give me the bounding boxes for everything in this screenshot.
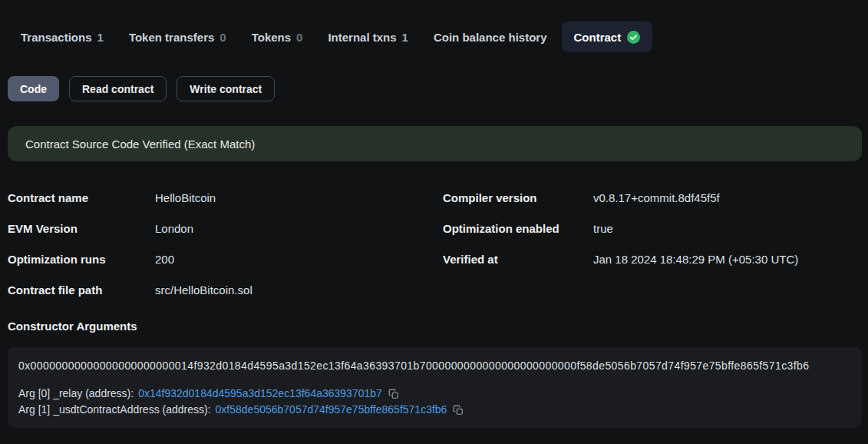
tab-label: Coin balance history: [434, 31, 547, 44]
info-label-contract-file-path: Contract file path: [8, 283, 155, 297]
tab-label: Internal txns: [328, 31, 396, 44]
code-button[interactable]: Code: [8, 76, 59, 101]
info-label-compiler-version: Compiler version: [443, 191, 593, 204]
arg-prefix: Arg [1] _usdtContractAddress (address):: [18, 402, 211, 418]
check-circle-icon: [627, 31, 640, 44]
raw-constructor-args: 0x00000000000000000000000014f932d0184d45…: [18, 360, 851, 372]
tab-label: Tokens: [252, 31, 291, 44]
arg-prefix: Arg [0] _relay (address):: [18, 386, 134, 402]
tab-internal-txns[interactable]: Internal txns 1: [328, 31, 408, 44]
tab-label: Contract: [574, 31, 622, 44]
tab-count: 1: [97, 31, 104, 44]
tab-bar: Transactions 1 Token transfers 0 Tokens …: [0, 22, 868, 52]
tab-label: Token transfers: [129, 31, 214, 44]
decoded-args-list: Arg [0] _relay (address): 0x14f932d0184d…: [18, 386, 851, 418]
info-value-optimization-runs: 200: [155, 253, 443, 266]
info-label-evm-version: EVM Version: [8, 222, 155, 235]
tab-count: 1: [402, 31, 408, 44]
info-label-contract-name: Contract name: [8, 191, 155, 204]
tab-count: 0: [296, 31, 302, 44]
read-contract-button[interactable]: Read contract: [69, 76, 167, 101]
info-value-compiler-version: v0.8.17+commit.8df45f5f: [593, 191, 868, 204]
info-label-verified-at: Verified at: [443, 253, 593, 266]
verified-banner-text: Contract Source Code Verified (Exact Mat…: [25, 138, 255, 151]
tab-tokens[interactable]: Tokens 0: [252, 31, 303, 44]
tab-count: 0: [219, 31, 226, 44]
info-value-evm-version: London: [155, 222, 443, 235]
constructor-arguments-heading: Constructor Arguments: [8, 320, 868, 333]
tab-coin-balance-history[interactable]: Coin balance history: [434, 31, 547, 44]
info-value-optimization-enabled: true: [593, 222, 868, 235]
tab-transactions[interactable]: Transactions 1: [21, 31, 104, 44]
constructor-arg-1: Arg [1] _usdtContractAddress (address): …: [18, 402, 851, 418]
contract-subtabs: Code Read contract Write contract: [0, 76, 868, 101]
write-contract-button[interactable]: Write contract: [177, 76, 275, 101]
info-value-contract-name: HelloBitcoin: [155, 191, 443, 204]
constructor-arg-0: Arg [0] _relay (address): 0x14f932d0184d…: [18, 386, 851, 402]
constructor-arguments-box: 0x00000000000000000000000014f932d0184d45…: [8, 347, 862, 428]
info-label-optimization-enabled: Optimization enabled: [443, 222, 593, 235]
copy-icon[interactable]: [388, 389, 399, 399]
tab-label: Transactions: [21, 31, 92, 44]
info-label-optimization-runs: Optimization runs: [8, 253, 155, 266]
info-value-verified-at: Jan 18 2024 18:48:29 PM (+05:30 UTC): [593, 253, 868, 266]
tab-contract[interactable]: Contract: [562, 22, 653, 52]
address-link[interactable]: 0xf58de5056b7057d74f957e75bffe865f571c3f…: [216, 402, 447, 418]
address-link[interactable]: 0x14f932d0184d4595a3d152ec13f64a36393701…: [138, 386, 382, 402]
verified-banner: Contract Source Code Verified (Exact Mat…: [8, 126, 862, 161]
info-value-contract-file-path: src/HelloBitcoin.sol: [155, 283, 443, 297]
tab-token-transfers[interactable]: Token transfers 0: [129, 31, 226, 44]
contract-info-grid: Contract name HelloBitcoin Compiler vers…: [0, 182, 868, 305]
copy-icon[interactable]: [453, 405, 464, 416]
